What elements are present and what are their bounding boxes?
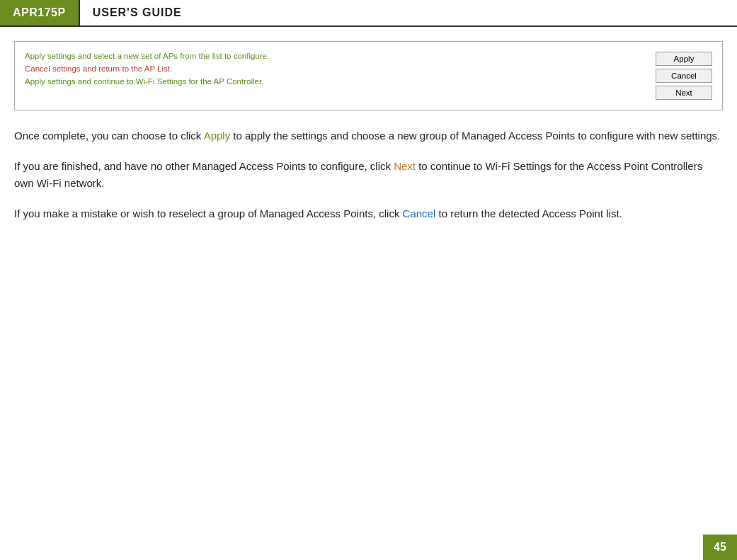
para1-apply-link: Apply [204, 130, 231, 142]
page-header: APR175P USER'S GUIDE [0, 0, 737, 27]
screenshot-row-3: Apply settings and continue to Wi-Fi Set… [25, 77, 269, 86]
apply-button[interactable]: Apply [656, 52, 712, 66]
para3-text2: to return the detected Access Point list… [435, 207, 622, 219]
page-number-badge: 45 [703, 535, 737, 560]
para3-text1: If you make a mistake or wish to reselec… [14, 207, 403, 219]
para2-next-link: Next [394, 160, 416, 172]
para2-text1: If you are finished, and have no other M… [14, 160, 394, 172]
product-name: APR175P [0, 0, 79, 25]
main-content: Apply settings and select a new set of A… [0, 27, 737, 250]
cancel-button[interactable]: Cancel [656, 69, 712, 83]
screenshot-row-1: Apply settings and select a new set of A… [25, 52, 269, 60]
para1-text2: to apply the settings and choose a new g… [230, 130, 720, 142]
screenshot-buttons-column: Apply Cancel Next [656, 52, 712, 100]
screenshot-text-column: Apply settings and select a new set of A… [25, 52, 269, 86]
para1-text1: Once complete, you can choose to click [14, 130, 204, 142]
para3-cancel-link: Cancel [403, 207, 436, 219]
paragraph-3: If you make a mistake or wish to reselec… [14, 205, 723, 222]
screenshot-row-2: Cancel settings and return to the AP Lis… [25, 64, 269, 73]
guide-title: USER'S GUIDE [79, 0, 195, 25]
paragraph-1: Once complete, you can choose to click A… [14, 127, 723, 144]
screenshot-box: Apply settings and select a new set of A… [14, 41, 723, 110]
paragraph-2: If you are finished, and have no other M… [14, 158, 723, 191]
next-button[interactable]: Next [656, 86, 712, 100]
